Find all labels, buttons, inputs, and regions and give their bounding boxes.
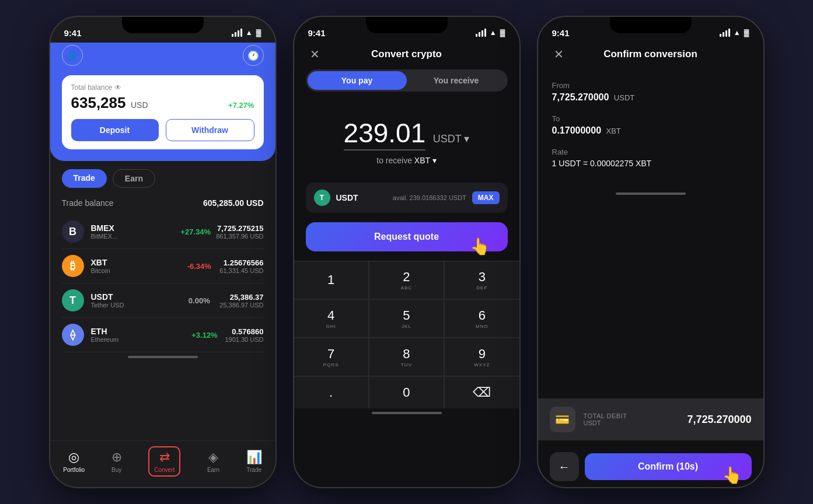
notch bbox=[122, 17, 204, 33]
total-debit-bar: 💳 TOTAL DEBIT USDT 7,725.270000 bbox=[538, 398, 763, 440]
close-button[interactable]: ✕ bbox=[306, 45, 324, 64]
numpad-3[interactable]: 3DEF bbox=[445, 261, 519, 299]
numpad-backspace[interactable]: ⌫ bbox=[445, 377, 519, 408]
phone-portfolio: 9:41 ▲ ▓ 👤 🕐 Total balance 👁 635,285 bbox=[49, 16, 277, 488]
top-icons-row: 👤 🕐 bbox=[62, 43, 264, 75]
nav-convert-label: Convert bbox=[154, 467, 175, 473]
usdt-info: USDT Tether USD bbox=[91, 292, 179, 309]
max-button[interactable]: MAX bbox=[472, 191, 500, 204]
phone-convert: 9:41 ▲ ▓ ✕ Convert crypto You pay You re… bbox=[293, 16, 521, 488]
balance-currency: USD bbox=[131, 100, 148, 110]
notch bbox=[366, 17, 448, 33]
earn-nav-icon: ◈ bbox=[208, 450, 218, 465]
asset-xbt[interactable]: ₿ XBT Bitcoin -6.34% 1.25676566 61,331.4… bbox=[62, 249, 264, 284]
portfolio-header: 👤 🕐 Total balance 👁 635,285 USD +7.27% D… bbox=[50, 43, 275, 161]
to-amount: 0.17000000 bbox=[552, 125, 602, 135]
signal-bars-3 bbox=[720, 29, 730, 37]
home-indicator-2 bbox=[372, 412, 442, 414]
history-icon[interactable]: 🕐 bbox=[243, 45, 264, 66]
deposit-button[interactable]: Deposit bbox=[71, 119, 159, 141]
rate-label: Rate bbox=[552, 148, 749, 156]
xbt-values: 1.25676566 61,331.45 USD bbox=[219, 258, 263, 274]
bmex-info: BMEX BitMEX... bbox=[91, 223, 176, 240]
nav-convert[interactable]: ⇄ Convert bbox=[148, 446, 180, 477]
eth-info: ETH Ethereum bbox=[91, 327, 184, 343]
debit-currency: USDT bbox=[584, 419, 679, 426]
usdt-change: 0.00% bbox=[179, 296, 219, 305]
home-indicator-3 bbox=[616, 192, 686, 195]
usdt-coin-logo: T bbox=[314, 190, 330, 206]
numpad-2[interactable]: 2ABC bbox=[369, 261, 444, 299]
asset-list: B BMEX BitMEX... +27.34% 7,725.275215 86… bbox=[50, 215, 275, 352]
confirm-details: From 7,725.270000 USDT To 0.17000000 XBT… bbox=[538, 72, 763, 189]
amount-number: 239.01 bbox=[344, 118, 426, 150]
buy-nav-icon: ⊕ bbox=[111, 450, 122, 465]
to-label: To bbox=[552, 114, 749, 123]
from-amount: 7,725.270000 bbox=[552, 92, 609, 102]
numpad-7[interactable]: 7PQRS bbox=[294, 338, 368, 376]
status-icons-2: ▲ ▓ bbox=[476, 29, 505, 37]
usdt-usd: 25,386.97 USD bbox=[219, 302, 263, 309]
eth-name: ETH bbox=[91, 327, 184, 336]
nav-trade[interactable]: 📊 Trade bbox=[246, 450, 262, 473]
asset-eth[interactable]: ⟠ ETH Ethereum +3.12% 0.576860 1901.30 U… bbox=[62, 318, 264, 352]
numpad-5[interactable]: 5JKL bbox=[369, 300, 444, 337]
usdt-row: T USDT avail. 239.0186332 USDT MAX bbox=[306, 183, 508, 213]
xbt-logo: ₿ bbox=[62, 255, 84, 277]
asset-bmex[interactable]: B BMEX BitMEX... +27.34% 7,725.275215 86… bbox=[62, 215, 264, 249]
eth-change: +3.12% bbox=[184, 331, 225, 340]
usdt-coin-name: USDT bbox=[336, 193, 358, 202]
bmex-name: BMEX bbox=[91, 223, 176, 233]
numpad-0[interactable]: 0 bbox=[369, 377, 444, 408]
status-time: 9:41 bbox=[64, 28, 82, 38]
status-time-2: 9:41 bbox=[308, 28, 326, 38]
withdraw-button[interactable]: Withdraw bbox=[166, 119, 254, 141]
numpad-4[interactable]: 4GHI bbox=[294, 300, 368, 337]
eth-values: 0.576860 1901.30 USD bbox=[225, 327, 263, 343]
confirm-button[interactable]: Confirm (10s) 👆 bbox=[585, 453, 752, 480]
bmex-amount: 7,725.275215 bbox=[216, 224, 263, 233]
confirm-title: Confirm conversion bbox=[603, 48, 697, 60]
bmex-values: 7,725.275215 861,357.96 USD bbox=[216, 224, 263, 240]
status-icons-3: ▲ ▓ bbox=[720, 29, 749, 37]
trade-balance-label: Trade balance bbox=[62, 198, 114, 208]
usdt-fullname: Tether USD bbox=[91, 302, 179, 309]
balance-buttons: Deposit Withdraw bbox=[71, 119, 254, 141]
nav-earn[interactable]: ◈ Earn bbox=[207, 450, 219, 473]
amount-receive-label: to receive XBT ▾ bbox=[294, 156, 519, 165]
from-currency: USDT bbox=[614, 93, 634, 102]
tab-you-pay[interactable]: You pay bbox=[308, 71, 407, 90]
battery-icon-3: ▓ bbox=[744, 29, 749, 37]
xbt-fullname: Bitcoin bbox=[91, 267, 179, 274]
profile-icon[interactable]: 👤 bbox=[62, 45, 83, 66]
xbt-amount: 1.25676566 bbox=[219, 258, 263, 267]
from-label: From bbox=[552, 81, 749, 90]
nav-portfolio[interactable]: ◎ Portfolio bbox=[63, 450, 85, 473]
signal-bars bbox=[232, 29, 242, 37]
nav-buy[interactable]: ⊕ Buy bbox=[111, 450, 122, 473]
numpad-dot[interactable]: . bbox=[294, 377, 368, 408]
debit-icon: 💳 bbox=[550, 407, 575, 432]
notch-3 bbox=[610, 17, 692, 33]
tab-you-receive[interactable]: You receive bbox=[407, 71, 506, 90]
back-button[interactable]: ← bbox=[550, 452, 579, 481]
bmex-usd: 861,357.96 USD bbox=[216, 233, 263, 240]
from-field: From 7,725.270000 USDT bbox=[552, 81, 749, 103]
numpad-1[interactable]: 1 bbox=[294, 261, 368, 299]
bmex-logo: B bbox=[62, 220, 84, 243]
request-quote-button[interactable]: Request quote 👆 bbox=[306, 222, 508, 251]
confirm-close-button[interactable]: ✕ bbox=[550, 45, 568, 64]
usdt-amount: 25,386.37 bbox=[219, 293, 263, 302]
confirm-cursor-icon: 👆 bbox=[722, 466, 742, 485]
usdt-name: USDT bbox=[91, 292, 179, 302]
balance-amount: 635,285 bbox=[71, 94, 126, 111]
numpad-9[interactable]: 9WXYZ bbox=[445, 338, 519, 376]
bmex-change: +27.34% bbox=[175, 228, 216, 236]
bmex-fullname: BitMEX... bbox=[91, 233, 176, 240]
tab-earn[interactable]: Earn bbox=[113, 169, 155, 188]
tab-trade[interactable]: Trade bbox=[62, 169, 107, 188]
numpad-6[interactable]: 6MNO bbox=[445, 300, 519, 337]
numpad-8[interactable]: 8TUV bbox=[369, 338, 444, 376]
asset-usdt[interactable]: T USDT Tether USD 0.00% 25,386.37 25,386… bbox=[62, 284, 264, 318]
to-field: To 0.17000000 XBT bbox=[552, 114, 749, 136]
